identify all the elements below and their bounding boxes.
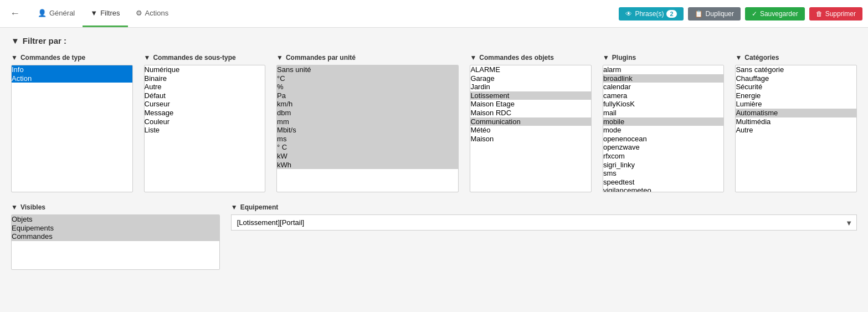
filter-par-unite: ▼ Commandes par unité Sans unité °C % Pa… — [276, 54, 459, 192]
filter-sous-type-icon: ▼ — [144, 54, 151, 62]
filter-type-icon: ▼ — [11, 54, 18, 62]
filter-visibles-icon: ▼ — [11, 203, 18, 211]
filter-plugins-wrapper: alarm broadlink calendar camera fullyKio… — [603, 65, 725, 192]
bottom-row: ▼ Visibles Objets Equipements Commandes … — [11, 203, 857, 270]
eye-icon: 👁 — [625, 10, 632, 18]
copy-icon: 📋 — [695, 10, 703, 18]
save-icon: ✓ — [752, 10, 757, 18]
filter-categories-label: ▼ Catégories — [735, 54, 857, 62]
filter-type-listbox[interactable]: Info Action — [11, 65, 133, 192]
listbox-item: Action — [12, 74, 132, 83]
filter-par-unite-label: ▼ Commandes par unité — [276, 54, 459, 62]
filter-par-unite-icon: ▼ — [276, 54, 283, 62]
phrases-badge: 2 — [666, 10, 676, 18]
tab-actions[interactable]: ⚙ Actions — [128, 0, 177, 27]
equipement-select[interactable]: [Lotissement][Portail] — [231, 214, 857, 231]
filter-par-unite-listbox[interactable]: Sans unité °C % Pa km/h dbm mm Mbit/s ms… — [276, 65, 459, 192]
dupliquer-label: Dupliquer — [706, 10, 734, 18]
supprimer-label: Supprimer — [825, 10, 856, 18]
filter-des-objets-listbox[interactable]: ALARME Garage Jardin Lotissement Maison … — [470, 65, 592, 192]
back-button[interactable]: ← — [6, 6, 24, 22]
filter-sous-type-listbox[interactable]: Numérique Binaire Autre Défaut Curseur M… — [144, 65, 266, 192]
filter-categories: ▼ Catégories Sans catégorie Chauffage Sé… — [735, 54, 857, 192]
filter-categories-wrapper: Sans catégorie Chauffage Sécurité Energi… — [735, 65, 857, 192]
filter-visibles-wrapper: Objets Equipements Commandes — [11, 214, 220, 270]
nav-right-buttons: 👁 Phrase(s) 2 📋 Dupliquer ✓ Sauvegarder … — [619, 7, 862, 21]
filter-visibles: ▼ Visibles Objets Equipements Commandes — [11, 203, 220, 270]
filter-equipement-label: ▼ Equipement — [231, 203, 857, 211]
tab-general-label: Général — [49, 9, 75, 17]
top-nav: ← 👤 Général ▼ Filtres ⚙ Actions 👁 Phrase… — [0, 0, 868, 28]
filter-des-objets: ▼ Commandes des objets ALARME Garage Jar… — [470, 54, 592, 192]
filter-plugins-icon: ▼ — [603, 54, 609, 62]
phrases-label: Phrase(s) — [635, 10, 664, 18]
trash-icon: 🗑 — [816, 10, 823, 18]
filter-des-objets-wrapper: ALARME Garage Jardin Lotissement Maison … — [470, 65, 592, 192]
filter-plugins-label: ▼ Plugins — [603, 54, 725, 62]
filter-type: ▼ Commandes de type Info Action — [11, 54, 133, 192]
filter-des-objets-label: ▼ Commandes des objets — [470, 54, 592, 62]
equipement-select-wrapper: [Lotissement][Portail] ▼ — [231, 214, 857, 231]
filter-plugins-listbox[interactable]: alarm broadlink calendar camera fullyKio… — [603, 65, 725, 192]
dupliquer-button[interactable]: 📋 Dupliquer — [688, 7, 741, 21]
tab-filtres-label: Filtres — [100, 9, 120, 17]
phrases-button[interactable]: 👁 Phrase(s) 2 — [619, 7, 683, 21]
filter-visibles-label: ▼ Visibles — [11, 203, 220, 211]
filter-sous-type-label: ▼ Commandes de sous-type — [144, 54, 266, 62]
filter-sous-type-wrapper: Numérique Binaire Autre Défaut Curseur M… — [144, 65, 266, 192]
filter-categories-icon: ▼ — [735, 54, 742, 62]
filter-des-objets-icon: ▼ — [470, 54, 476, 62]
filter-title-text: Filtrer par : — [23, 36, 66, 45]
filter-plugins: ▼ Plugins alarm broadlink calendar camer… — [603, 54, 725, 192]
filter-type-wrapper: Info Action — [11, 65, 133, 192]
filter-grid: ▼ Commandes de type Info Action ▼ Comman… — [11, 54, 857, 192]
main-content: ▼ Filtrer par : ▼ Commandes de type Info… — [0, 28, 868, 278]
sauvegarder-button[interactable]: ✓ Sauvegarder — [745, 7, 805, 21]
filter-sous-type: ▼ Commandes de sous-type Numérique Binai… — [144, 54, 266, 192]
filter-equipement-icon: ▼ — [231, 203, 238, 211]
filter-icon: ▼ — [11, 36, 19, 45]
actions-icon: ⚙ — [136, 9, 142, 17]
general-icon: 👤 — [38, 9, 47, 17]
section-title: ▼ Filtrer par : — [11, 36, 857, 45]
tab-general[interactable]: 👤 Général — [30, 0, 83, 27]
tab-filtres[interactable]: ▼ Filtres — [83, 0, 127, 27]
filter-equipement: ▼ Equipement [Lotissement][Portail] ▼ — [231, 203, 857, 231]
listbox-item: Info — [12, 65, 132, 74]
filter-type-label: ▼ Commandes de type — [11, 54, 133, 62]
supprimer-button[interactable]: 🗑 Supprimer — [809, 7, 862, 21]
filtres-icon: ▼ — [90, 9, 97, 17]
filter-visibles-listbox[interactable]: Objets Equipements Commandes — [11, 214, 220, 270]
tab-actions-label: Actions — [145, 9, 169, 17]
filter-categories-listbox[interactable]: Sans catégorie Chauffage Sécurité Energi… — [735, 65, 857, 192]
filter-par-unite-wrapper: Sans unité °C % Pa km/h dbm mm Mbit/s ms… — [276, 65, 459, 192]
sauvegarder-label: Sauvegarder — [760, 10, 798, 18]
